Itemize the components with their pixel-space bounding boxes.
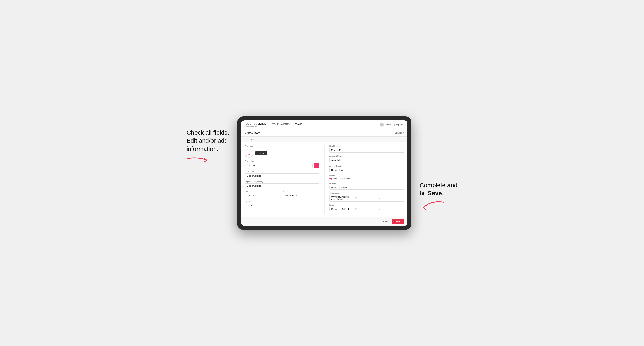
assistant-coach-group: Assistant Coach bbox=[330, 155, 404, 163]
navbar-right: Test User | Sign out bbox=[380, 123, 403, 127]
conference-select[interactable]: University Athletic Association ✕ ⌄ bbox=[330, 195, 404, 201]
state-label: State bbox=[283, 191, 320, 193]
footer-save-button[interactable]: Save bbox=[392, 219, 404, 224]
division-select[interactable]: NCAA Division III ⌄ bbox=[330, 185, 404, 189]
region-group: Region Region II - (M) DIII ✕ ⌄ bbox=[330, 204, 404, 211]
region-clear-icon[interactable]: ✕ bbox=[355, 208, 378, 210]
assistant-coach-input[interactable] bbox=[330, 158, 404, 163]
team-name-label: Team name bbox=[244, 171, 320, 173]
conference-clear-icon[interactable]: ✕ bbox=[355, 197, 378, 199]
mens-label: Mens bbox=[333, 178, 338, 180]
form-right: Head Coach Assistant Coach Athletic Dire… bbox=[324, 145, 404, 214]
assistant-coach-label: Assistant Coach bbox=[330, 155, 404, 157]
head-coach-group: Head Coach bbox=[330, 145, 404, 153]
annotation-left-line1: Check all fields. bbox=[186, 129, 229, 136]
conference-value: University Athletic Association bbox=[331, 196, 355, 200]
right-arrow-indicator bbox=[420, 199, 444, 212]
state-chevron-icon[interactable]: ⌄ bbox=[307, 194, 318, 197]
team-logo-group: Team logo C Upload bbox=[244, 145, 320, 158]
city-field-group: City bbox=[244, 191, 281, 198]
region-label: Region bbox=[330, 204, 404, 206]
conference-group: Conference University Athletic Associati… bbox=[330, 192, 404, 201]
cancel-x-button[interactable]: Cancel ✕ bbox=[394, 132, 404, 134]
gender-label: Gender bbox=[330, 175, 404, 177]
state-value: New York bbox=[284, 194, 296, 197]
annotation-left-line3: information. bbox=[186, 146, 218, 152]
team-name-group: Team name bbox=[244, 171, 320, 178]
brand-logo: SCOREBOARD Powered by clippd bbox=[245, 123, 266, 127]
upload-button[interactable]: Upload bbox=[256, 151, 267, 155]
zip-code-group: Zip code bbox=[244, 200, 320, 208]
brand-sub: Powered by clippd bbox=[245, 126, 266, 127]
state-field-group: State New York ✕ ⌄ bbox=[283, 191, 320, 198]
team-colour-input[interactable] bbox=[244, 163, 312, 168]
footer-cancel-button[interactable]: Cancel bbox=[379, 219, 390, 224]
annotation-right-line2: hit Save. bbox=[420, 190, 444, 196]
athletic-director-label: Athletic Director bbox=[330, 165, 404, 167]
region-select[interactable]: Region II - (M) DIII ✕ ⌄ bbox=[330, 207, 404, 211]
city-state-row: City State New York ✕ ⌄ bbox=[244, 191, 320, 198]
gender-group: Gender Mens Womens bbox=[330, 175, 404, 180]
sign-out-link[interactable]: Sign out bbox=[396, 124, 403, 126]
division-group: Division NCAA Division III ⌄ bbox=[330, 182, 404, 189]
annotation-right-line1: Complete and bbox=[420, 182, 458, 188]
mens-radio-button[interactable] bbox=[330, 178, 332, 180]
division-label: Division bbox=[330, 182, 404, 184]
annotation-left-line2: Edit and/or add bbox=[186, 137, 228, 144]
display-name-group: Display name (unique) bbox=[244, 181, 320, 188]
user-label: Test User | bbox=[385, 124, 395, 126]
color-swatch[interactable] bbox=[314, 163, 320, 168]
tablet-frame: SCOREBOARD Powered by clippd TOURNAMENTS… bbox=[237, 116, 412, 230]
team-colour-label: Team colour bbox=[244, 160, 320, 162]
head-coach-input[interactable] bbox=[330, 148, 404, 153]
division-value: NCAA Division III bbox=[331, 186, 367, 188]
display-name-label: Display name (unique) bbox=[244, 181, 320, 183]
division-chevron-icon[interactable]: ⌄ bbox=[367, 186, 402, 188]
form-body: Team logo C Upload Team colour bbox=[241, 142, 408, 217]
gender-womens-option[interactable]: Womens bbox=[340, 178, 352, 180]
logo-area: C Upload bbox=[244, 149, 320, 158]
team-name-input[interactable] bbox=[244, 173, 320, 178]
head-coach-label: Head Coach bbox=[330, 145, 404, 147]
navbar: SCOREBOARD Powered by clippd TOURNAMENTS… bbox=[241, 120, 408, 129]
brand-name: SCOREBOARD bbox=[245, 123, 266, 125]
womens-radio-button[interactable] bbox=[340, 178, 343, 180]
city-input[interactable] bbox=[244, 193, 281, 198]
section-label: TEAM DETAILS bbox=[241, 137, 408, 142]
region-chevron-icon[interactable]: ⌄ bbox=[379, 208, 402, 210]
conference-label: Conference bbox=[330, 192, 404, 194]
state-clear-icon[interactable]: ✕ bbox=[295, 194, 306, 197]
color-row bbox=[244, 163, 320, 168]
nav-links: TOURNAMENTS TEAMS bbox=[272, 123, 380, 126]
create-team-title: Create Team bbox=[244, 131, 260, 134]
team-logo-label: Team logo bbox=[244, 145, 320, 147]
form-footer: Cancel Save bbox=[241, 217, 408, 226]
region-value: Region II - (M) DIII bbox=[331, 208, 355, 210]
display-name-input[interactable] bbox=[244, 183, 320, 188]
gender-row: Mens Womens bbox=[330, 178, 404, 180]
conference-chevron-icon[interactable]: ⌄ bbox=[379, 197, 402, 199]
nav-tournaments[interactable]: TOURNAMENTS bbox=[272, 123, 290, 126]
gender-mens-option[interactable]: Mens bbox=[330, 178, 338, 180]
athletic-director-group: Athletic Director bbox=[330, 165, 404, 173]
form-left: Team logo C Upload Team colour bbox=[244, 145, 324, 214]
womens-label: Womens bbox=[344, 178, 352, 180]
nav-teams[interactable]: TEAMS bbox=[294, 123, 302, 126]
close-icon: ✕ bbox=[402, 132, 404, 134]
city-label: City bbox=[244, 191, 281, 193]
zip-label: Zip code bbox=[244, 200, 320, 202]
team-colour-group: Team colour bbox=[244, 160, 320, 168]
state-select[interactable]: New York ✕ ⌄ bbox=[283, 193, 320, 198]
logo-circle: C bbox=[244, 149, 254, 158]
user-avatar bbox=[380, 123, 384, 127]
left-arrow-indicator bbox=[186, 155, 211, 166]
tablet-screen: SCOREBOARD Powered by clippd TOURNAMENTS… bbox=[241, 120, 408, 226]
create-team-header: Create Team Cancel ✕ bbox=[241, 129, 408, 137]
athletic-director-input[interactable] bbox=[330, 168, 404, 173]
zip-input[interactable] bbox=[244, 203, 320, 208]
